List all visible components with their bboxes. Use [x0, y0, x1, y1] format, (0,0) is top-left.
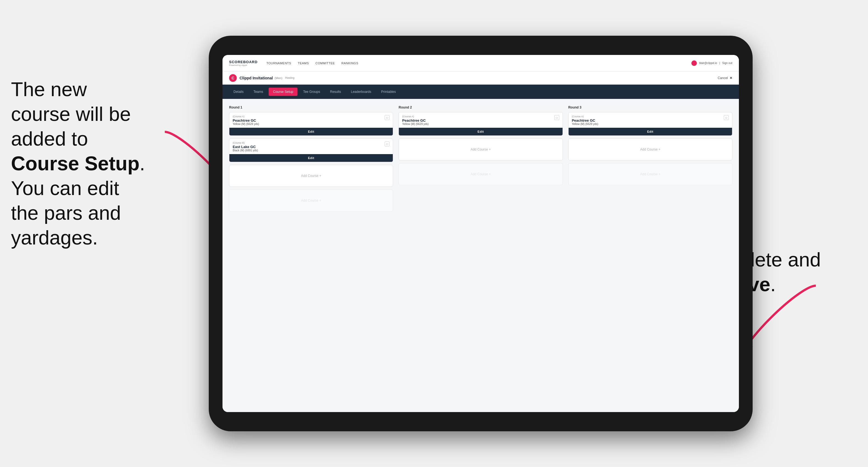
brand: SCOREBOARD Powered by clippd [229, 60, 258, 66]
main-content: Round 1 (Course A) Peachtree GC Yellow (… [222, 99, 739, 412]
round-1-add-course-1[interactable]: Add Course + [229, 165, 393, 187]
cancel-button[interactable]: Cancel [718, 76, 728, 80]
nav-committee[interactable]: COMMITTEE [316, 62, 335, 65]
round-2-course-a-tee: Yellow (M) (6629 yds) [402, 123, 429, 126]
round-1-course-b-badge: (Course B) [232, 142, 258, 144]
round-1-course-a-edit[interactable]: Edit [229, 128, 393, 135]
round-1-course-b-header: (Course B) East Lake GC Black (M) (6891 … [229, 139, 393, 154]
tab-course-setup[interactable]: Course Setup [269, 88, 298, 96]
round-2-course-a-name: Peachtree GC [402, 118, 429, 123]
brand-title: SCOREBOARD [229, 60, 258, 64]
tab-printables[interactable]: Printables [377, 88, 400, 96]
round-3-course-a-badge: (Course A) [572, 115, 598, 118]
round-3-course-a-card: (Course A) Peachtree GC Yellow (M) (6629… [568, 112, 732, 136]
round-2-label: Round 2 [399, 105, 563, 109]
round-1-course-b-info: (Course B) East Lake GC Black (M) (6891 … [232, 142, 258, 152]
round-2-course-a-card: (Course A) Peachtree GC Yellow (M) (6629… [399, 112, 563, 136]
round-2-course-a-edit[interactable]: Edit [399, 128, 562, 135]
round-1-course-a-badge: (Course A) [232, 115, 259, 118]
tournament-bar: C Clippd Invitational (Men) Hosting Canc… [222, 71, 739, 85]
sub-tab-bar: Details Teams Course Setup Tee Groups Re… [222, 85, 739, 99]
tournament-logo: C [229, 74, 237, 82]
round-1-add-course-2: Add Course + [229, 190, 393, 212]
round-3-add-course-2: Add Course + [568, 163, 732, 185]
tournament-name: Clippd Invitational [240, 76, 273, 80]
nav-teams[interactable]: TEAMS [298, 62, 309, 65]
tablet-screen: SCOREBOARD Powered by clippd TOURNAMENTS… [222, 55, 739, 412]
round-1-course-b-name: East Lake GC [232, 145, 258, 149]
round-3-label: Round 3 [568, 105, 732, 109]
tab-details[interactable]: Details [229, 88, 248, 96]
top-nav: SCOREBOARD Powered by clippd TOURNAMENTS… [222, 55, 739, 71]
round-1-course-a-tee: Yellow (M) (6629 yds) [232, 123, 259, 126]
round-2-column: Round 2 (Course A) Peachtree GC Yellow (… [399, 105, 563, 214]
brand-sub: Powered by clippd [229, 64, 258, 66]
round-1-course-b-card: (Course B) East Lake GC Black (M) (6891 … [229, 138, 393, 162]
round-1-label: Round 1 [229, 105, 393, 109]
round-2-add-course-2-text: Add Course + [470, 172, 491, 176]
nav-right: blair@clippd.io | Sign out [691, 60, 732, 66]
nav-tournaments[interactable]: TOURNAMENTS [267, 62, 291, 65]
round-3-column: Round 3 (Course A) Peachtree GC Yellow (… [568, 105, 732, 214]
tablet: SCOREBOARD Powered by clippd TOURNAMENTS… [209, 36, 753, 431]
round-1-column: Round 1 (Course A) Peachtree GC Yellow (… [229, 105, 393, 214]
nav-separator: | [719, 62, 720, 65]
round-2-course-a-info: (Course A) Peachtree GC Yellow (M) (6629… [402, 115, 429, 126]
sign-out-link[interactable]: Sign out [722, 62, 732, 65]
round-1-course-b-edit[interactable]: Edit [229, 154, 393, 162]
rounds-grid: Round 1 (Course A) Peachtree GC Yellow (… [229, 105, 732, 214]
round-3-course-a-info: (Course A) Peachtree GC Yellow (M) (6629… [572, 115, 598, 126]
nav-rankings[interactable]: RANKINGS [341, 62, 358, 65]
tab-results[interactable]: Results [326, 88, 345, 96]
tournament-bar-right: Cancel ✕ [718, 76, 732, 80]
round-1-course-b-tee: Black (M) (6891 yds) [232, 149, 258, 152]
round-3-add-course-1[interactable]: Add Course + [568, 138, 732, 160]
round-2-add-course-1-text: Add Course + [470, 148, 491, 151]
round-1-course-a-header: (Course A) Peachtree GC Yellow (M) (6629… [229, 112, 393, 128]
round-3-course-a-name: Peachtree GC [572, 118, 598, 123]
round-3-course-a-tee: Yellow (M) (6629 yds) [572, 123, 598, 126]
round-2-course-a-remove[interactable]: □ [554, 115, 559, 120]
round-1-course-a-info: (Course A) Peachtree GC Yellow (M) (6629… [232, 115, 259, 126]
tab-teams[interactable]: Teams [249, 88, 268, 96]
round-1-add-course-1-text: Add Course + [301, 174, 321, 178]
round-3-add-course-2-text: Add Course + [640, 172, 660, 176]
hosting-badge: Hosting [285, 76, 294, 80]
round-3-add-course-1-text: Add Course + [640, 148, 660, 151]
round-2-course-a-badge: (Course A) [402, 115, 429, 118]
round-3-course-a-remove[interactable]: □ [724, 115, 729, 120]
round-2-add-course-2: Add Course + [399, 163, 563, 185]
tournament-gender: (Men) [274, 76, 282, 80]
round-1-course-b-remove[interactable]: □ [384, 142, 390, 147]
round-3-course-a-edit[interactable]: Edit [568, 128, 732, 135]
round-1-course-a-card: (Course A) Peachtree GC Yellow (M) (6629… [229, 112, 393, 136]
round-2-course-a-header: (Course A) Peachtree GC Yellow (M) (6629… [399, 112, 562, 128]
round-1-course-a-name: Peachtree GC [232, 118, 259, 123]
round-1-course-a-remove[interactable]: □ [384, 115, 390, 120]
tab-tee-groups[interactable]: Tee Groups [299, 88, 324, 96]
cancel-x-icon[interactable]: ✕ [730, 76, 732, 80]
round-1-add-course-2-text: Add Course + [301, 198, 321, 203]
annotation-left: The newcourse will beadded toCourse Setu… [11, 77, 181, 250]
user-avatar [691, 60, 697, 66]
user-email: blair@clippd.io [699, 62, 717, 65]
tab-leaderboards[interactable]: Leaderboards [346, 88, 375, 96]
nav-links: TOURNAMENTS TEAMS COMMITTEE RANKINGS [267, 62, 691, 65]
round-2-add-course-1[interactable]: Add Course + [399, 138, 563, 160]
round-3-course-a-header: (Course A) Peachtree GC Yellow (M) (6629… [568, 112, 732, 128]
annotation-left-text: The newcourse will beadded toCourse Setu… [11, 78, 145, 249]
